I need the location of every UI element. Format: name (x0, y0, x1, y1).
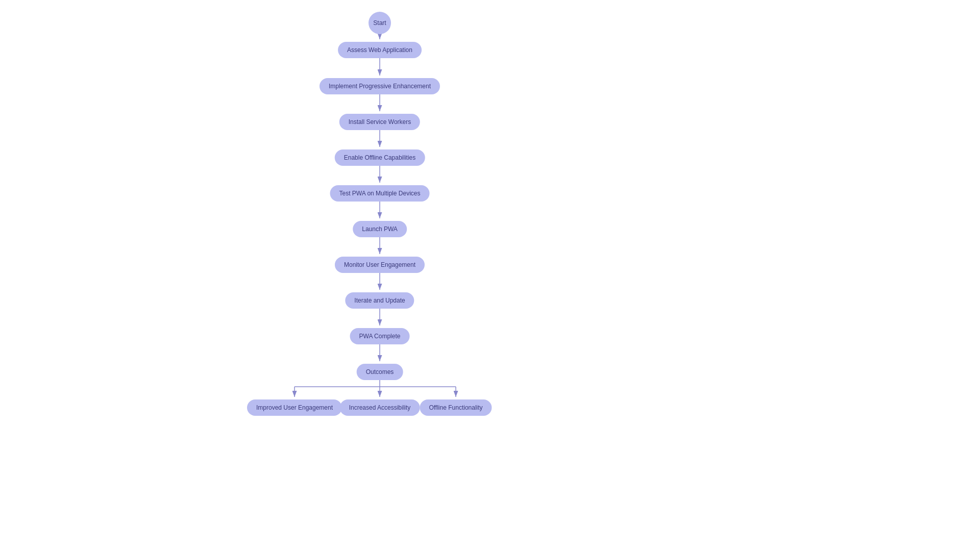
node-accessibility-label: Increased Accessibility (349, 404, 411, 411)
node-start-label: Start (373, 19, 386, 27)
node-launch-label: Launch PWA (362, 226, 398, 233)
node-offline: Offline Functionality (420, 399, 492, 416)
node-improved: Improved User Engagement (247, 399, 342, 416)
node-outcomes-label: Outcomes (366, 368, 394, 375)
node-install-label: Install Service Workers (349, 118, 411, 126)
node-launch: Launch PWA (353, 221, 407, 237)
node-iterate-label: Iterate and Update (354, 297, 405, 304)
node-install: Install Service Workers (339, 114, 420, 130)
diagram-svg (0, 0, 980, 551)
node-complete-label: PWA Complete (359, 333, 401, 340)
node-outcomes: Outcomes (357, 364, 403, 380)
node-assess-label: Assess Web Application (347, 46, 412, 54)
node-iterate: Iterate and Update (345, 292, 414, 309)
node-monitor-label: Monitor User Engagement (344, 261, 415, 268)
node-implement: Implement Progressive Enhancement (320, 78, 440, 94)
node-improved-label: Improved User Engagement (256, 404, 333, 411)
node-start: Start (369, 12, 391, 34)
node-monitor: Monitor User Engagement (335, 257, 425, 273)
node-complete: PWA Complete (350, 328, 410, 344)
node-assess: Assess Web Application (338, 42, 422, 58)
node-enable: Enable Offline Capabilities (335, 149, 425, 166)
node-accessibility: Increased Accessibility (340, 399, 420, 416)
node-offline-label: Offline Functionality (429, 404, 482, 411)
node-implement-label: Implement Progressive Enhancement (329, 83, 431, 90)
node-test-label: Test PWA on Multiple Devices (339, 190, 421, 197)
diagram-container: Start Assess Web Application Implement P… (0, 0, 980, 551)
node-enable-label: Enable Offline Capabilities (344, 154, 416, 161)
node-test: Test PWA on Multiple Devices (330, 185, 430, 202)
